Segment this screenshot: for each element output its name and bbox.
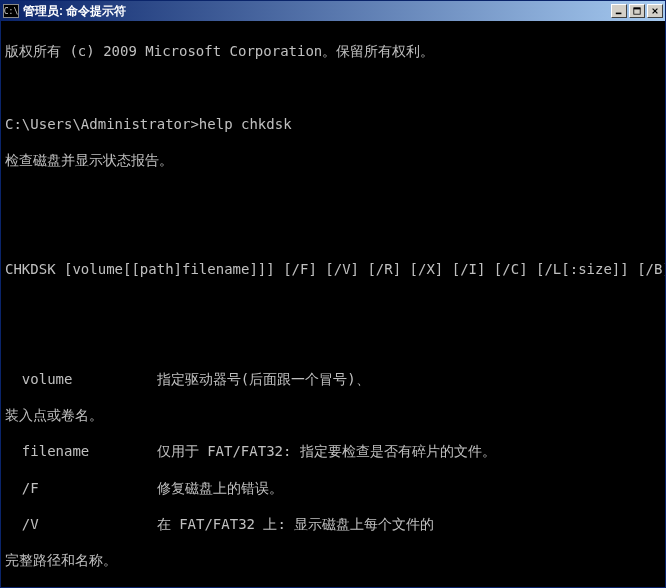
output-line — [5, 297, 661, 315]
window-title: 管理员: 命令提示符 — [23, 3, 611, 20]
maximize-icon — [633, 7, 641, 15]
output-line — [5, 79, 661, 97]
minimize-icon — [615, 7, 623, 15]
close-icon — [651, 7, 659, 15]
output-line: /F 修复磁盘上的错误。 — [5, 479, 661, 497]
output-line: volume 指定驱动器号(后面跟一个冒号)、 — [5, 370, 661, 388]
output-line: 装入点或卷名。 — [5, 406, 661, 424]
output-line — [5, 224, 661, 242]
maximize-button[interactable] — [629, 4, 645, 18]
output-line — [5, 333, 661, 351]
titlebar[interactable]: C:\ 管理员: 命令提示符 — [1, 1, 665, 21]
output-line: 完整路径和名称。 — [5, 551, 661, 569]
output-line: C:\Users\Administrator>help chkdsk — [5, 115, 661, 133]
cmd-icon: C:\ — [3, 4, 19, 18]
svg-rect-0 — [616, 13, 622, 15]
close-button[interactable] — [647, 4, 663, 18]
output-line: CHKDSK [volume[[path]filename]]] [/F] [/… — [5, 260, 661, 278]
terminal-output[interactable]: 版权所有 (c) 2009 Microsoft Corporation。保留所有… — [1, 21, 665, 587]
output-line — [5, 188, 661, 206]
output-line: 版权所有 (c) 2009 Microsoft Corporation。保留所有… — [5, 42, 661, 60]
window-controls — [611, 4, 663, 18]
output-line: /V 在 FAT/FAT32 上: 显示磁盘上每个文件的 — [5, 515, 661, 533]
output-line: filename 仅用于 FAT/FAT32: 指定要检查是否有碎片的文件。 — [5, 442, 661, 460]
output-line: 检查磁盘并显示状态报告。 — [5, 151, 661, 169]
minimize-button[interactable] — [611, 4, 627, 18]
svg-rect-2 — [634, 8, 640, 10]
command-prompt-window: C:\ 管理员: 命令提示符 版权所有 (c) 2009 Microsoft C… — [0, 0, 666, 588]
